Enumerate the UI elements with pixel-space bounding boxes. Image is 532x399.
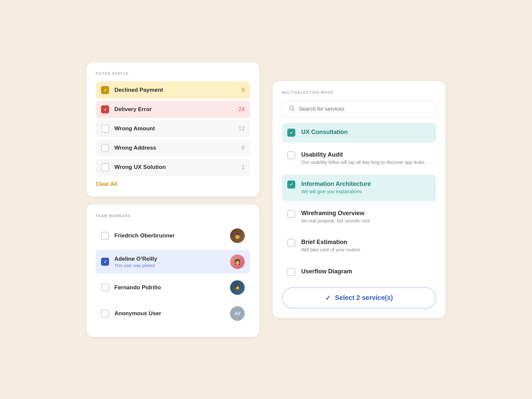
service-item-wireframing-overview[interactable]: Wireframing Overview No real purpose, bu… [282, 204, 436, 230]
service-info-information-architecture: Information Architecture We will give yo… [301, 181, 431, 195]
filter-item-declined-payment[interactable]: ✓ Declined Payment 8 [96, 81, 250, 99]
checkmark-icon: ✓ [290, 130, 293, 135]
filter-item-wrong-amount[interactable]: Wrong Amount 12 [96, 120, 250, 137]
select-check-icon: ✓ [325, 294, 331, 302]
team-members-label: TEAM MEMBERS [96, 214, 250, 218]
service-item-userflow-diagram[interactable]: Userflow Diagram [282, 262, 436, 282]
avatar-adeline: 👩 [230, 254, 245, 269]
avatar-initials: 🧔 [234, 285, 241, 291]
avatar-anonymous: AU [230, 306, 245, 321]
avatar-initials: 👩 [234, 259, 241, 265]
service-checkbox-usability-audit[interactable] [287, 151, 295, 159]
service-info-ux-consultation: UX Consultation [301, 129, 431, 136]
service-checkbox-ux-consultation[interactable]: ✓ [287, 129, 295, 137]
svg-line-1 [293, 109, 295, 111]
filter-checkbox-wrong-amount[interactable] [101, 125, 109, 133]
filter-label-wrong-address: Wrong Address [114, 145, 242, 151]
team-name-friedrich: Friedrich Oberbrunner [114, 232, 230, 239]
left-column: FILTER STATUS ✓ Declined Payment 8 ✓ Del… [86, 62, 259, 337]
avatar-friedrich: 👨 [230, 228, 245, 243]
team-name-anonymous: Anonymous User [114, 310, 230, 317]
team-checkbox-fernando[interactable] [101, 284, 109, 292]
team-item-friedrich[interactable]: Friedrich Oberbrunner 👨 [96, 224, 250, 248]
filter-count-wrong-address: 6 [242, 145, 245, 151]
service-desc-usability-audit: Our usability fellas will tap all day lo… [301, 159, 431, 166]
filter-item-wrong-ux[interactable]: Wrong UX Solution 1 [96, 159, 250, 176]
filter-status-card: FILTER STATUS ✓ Declined Payment 8 ✓ Del… [86, 62, 259, 197]
filter-checkbox-delivery[interactable]: ✓ [101, 105, 109, 113]
service-desc-information-architecture: We will give you explanations [301, 189, 431, 195]
clear-all-button[interactable]: Clear All [96, 181, 117, 187]
filter-label-declined: Declined Payment [114, 87, 242, 93]
search-input[interactable] [299, 106, 430, 112]
multiselect-label: MULTISELECTION MODE [282, 90, 436, 94]
team-info-friedrich: Friedrich Oberbrunner [114, 232, 230, 239]
team-checkbox-friedrich[interactable] [101, 232, 109, 240]
service-checkbox-brief-estimation[interactable] [287, 239, 295, 247]
service-info-userflow-diagram: Userflow Diagram [301, 268, 431, 275]
team-checkbox-anonymous[interactable] [101, 310, 109, 318]
filter-item-wrong-address[interactable]: Wrong Address 6 [96, 139, 250, 157]
search-icon [288, 105, 295, 113]
filter-count-declined: 8 [242, 87, 245, 93]
filter-count-wrong-amount: 12 [238, 125, 245, 132]
service-checkbox-information-architecture[interactable]: ✓ [287, 181, 295, 189]
team-info-adeline: Adeline O'Reilly This user was picked [114, 256, 230, 268]
right-panel: MULTISELECTION MODE ✓ UX Consultation Us… [273, 81, 446, 318]
service-checkbox-userflow-diagram[interactable] [287, 268, 295, 276]
filter-count-wrong-ux: 1 [242, 164, 245, 171]
team-info-anonymous: Anonymous User [114, 310, 230, 317]
team-name-fernando: Fernando Pidrilio [114, 284, 230, 291]
filter-label-wrong-ux: Wrong UX Solution [114, 164, 242, 171]
filter-checkbox-wrong-ux[interactable] [101, 163, 109, 171]
filter-label-wrong-amount: Wrong Amount [114, 125, 238, 132]
service-item-information-architecture[interactable]: ✓ Information Architecture We will give … [282, 175, 436, 201]
select-services-button[interactable]: ✓ Select 2 service(s) [282, 287, 436, 309]
team-sub-adeline: This user was picked [114, 263, 230, 268]
avatar-initials: 👨 [234, 233, 241, 239]
filter-label-delivery: Delivery Error [114, 106, 238, 113]
service-title-wireframing-overview: Wireframing Overview [301, 210, 431, 217]
service-title-ux-consultation: UX Consultation [301, 129, 431, 136]
service-title-userflow-diagram: Userflow Diagram [301, 268, 431, 275]
service-info-usability-audit: Usability Audit Our usability fellas wil… [301, 151, 431, 166]
filter-checkbox-wrong-address[interactable] [101, 144, 109, 152]
filter-item-delivery-error[interactable]: ✓ Delivery Error 24 [96, 101, 250, 118]
service-title-brief-estimation: Brief Estimation [301, 239, 431, 246]
service-info-brief-estimation: Brief Estimation Will take care of your … [301, 239, 431, 253]
team-name-adeline: Adeline O'Reilly [114, 256, 230, 262]
checkmark-icon: ✓ [103, 88, 107, 93]
team-item-adeline[interactable]: ✓ Adeline O'Reilly This user was picked … [96, 250, 250, 274]
filter-count-delivery: 24 [238, 106, 245, 113]
checkmark-icon: ✓ [103, 259, 107, 264]
checkmark-icon: ✓ [290, 182, 293, 187]
service-desc-wireframing-overview: No real purpose, but sounds cool [301, 218, 431, 224]
team-item-anonymous[interactable]: Anonymous User AU [96, 302, 250, 326]
search-box[interactable] [282, 100, 436, 117]
filter-checkbox-declined[interactable]: ✓ [101, 86, 109, 94]
team-info-fernando: Fernando Pidrilio [114, 284, 230, 291]
select-button-label: Select 2 service(s) [335, 294, 393, 302]
service-title-usability-audit: Usability Audit [301, 151, 431, 158]
service-item-brief-estimation[interactable]: Brief Estimation Will take care of your … [282, 233, 436, 259]
service-desc-brief-estimation: Will take care of your routine [301, 247, 431, 253]
filter-status-label: FILTER STATUS [96, 71, 250, 75]
team-item-fernando[interactable]: Fernando Pidrilio 🧔 [96, 276, 250, 300]
service-title-information-architecture: Information Architecture [301, 181, 431, 188]
service-item-ux-consultation[interactable]: ✓ UX Consultation [282, 123, 436, 143]
checkmark-icon: ✓ [103, 107, 107, 112]
avatar-fernando: 🧔 [230, 280, 245, 295]
service-item-usability-audit[interactable]: Usability Audit Our usability fellas wil… [282, 145, 436, 172]
service-info-wireframing-overview: Wireframing Overview No real purpose, bu… [301, 210, 431, 224]
avatar-initials-text: AU [234, 311, 240, 316]
team-members-card: TEAM MEMBERS Friedrich Oberbrunner 👨 ✓ A… [86, 204, 259, 337]
service-checkbox-wireframing-overview[interactable] [287, 210, 295, 218]
team-checkbox-adeline[interactable]: ✓ [101, 258, 109, 266]
